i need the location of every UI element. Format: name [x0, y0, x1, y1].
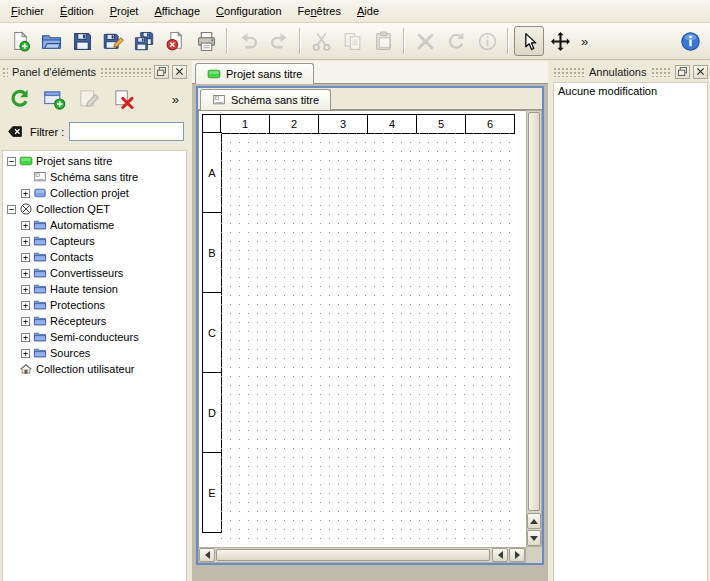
column-header-6: 6 [465, 114, 515, 134]
tree-expander[interactable]: + [21, 317, 30, 326]
tree-item-convertisseurs[interactable]: +Convertisseurs [3, 265, 186, 281]
tree-item-capteurs[interactable]: +Capteurs [3, 233, 186, 249]
tree-item-collection-qet[interactable]: −Collection QET [3, 201, 186, 217]
tree-item-recepteurs[interactable]: +Récepteurs [3, 313, 186, 329]
tree-expander[interactable]: − [7, 157, 16, 166]
panel-toolbar-overflow-button[interactable]: » [167, 92, 184, 107]
undo-button[interactable] [233, 26, 263, 56]
element-info-button[interactable] [472, 26, 502, 56]
tree-item-label: Projet sans titre [36, 155, 112, 167]
tree-expander[interactable]: + [21, 221, 30, 230]
tree-item-projet-sans-titre[interactable]: −Projet sans titre [3, 153, 186, 169]
menu-fichier[interactable]: Fichier [3, 0, 52, 22]
close-undo-panel-button[interactable] [693, 65, 708, 79]
up-arrow-icon [530, 519, 538, 524]
float-panel-button[interactable] [154, 65, 169, 79]
float-undo-panel-button[interactable] [675, 65, 690, 79]
toolbar-overflow-button[interactable]: » [576, 34, 593, 49]
scroll-down-button[interactable] [527, 530, 541, 546]
diagram-viewport[interactable]: 123456 ABCDE [198, 110, 526, 547]
clear-filter-icon[interactable] [5, 124, 25, 139]
tree-item-protections[interactable]: +Protections [3, 297, 186, 313]
delete-element-button[interactable] [110, 85, 138, 113]
undo-panel-titlebar[interactable]: Annulations [553, 64, 708, 79]
row-headers: ABCDE [202, 133, 222, 533]
rotate-button[interactable] [441, 26, 471, 56]
toolbar-separator [507, 28, 509, 54]
filter-input[interactable] [69, 122, 184, 141]
diagram-paper[interactable]: 123456 ABCDE [202, 114, 524, 547]
horizontal-scrollbar-thumb[interactable] [216, 549, 490, 561]
edit-element-button[interactable] [75, 85, 103, 113]
vertical-scrollbar-thumb[interactable] [528, 112, 540, 511]
undo-list-item[interactable]: Aucune modification [554, 83, 707, 99]
elements-panel-titlebar[interactable]: Panel d'éléments [2, 64, 187, 79]
scroll-up-button[interactable] [527, 513, 541, 529]
tree-item-label: Semi-conducteurs [50, 331, 139, 343]
rotate-icon [446, 31, 467, 52]
tree-item-label: Collection utilisateur [36, 363, 134, 375]
paste-button[interactable] [368, 26, 398, 56]
scroll-left-button[interactable] [199, 548, 215, 562]
tree-expander[interactable]: + [21, 237, 30, 246]
select-mode-button[interactable] [514, 26, 544, 56]
pan-mode-button[interactable] [545, 26, 575, 56]
tree-item-semi-conducteurs[interactable]: +Semi-conducteurs [3, 329, 186, 345]
down-arrow-icon [530, 536, 538, 541]
tree-item-automatisme[interactable]: +Automatisme [3, 217, 186, 233]
redo-button[interactable] [264, 26, 294, 56]
project-icon [207, 67, 221, 81]
save-all-button[interactable] [129, 26, 159, 56]
scroll-right-button[interactable] [509, 548, 525, 562]
save-button[interactable] [67, 26, 97, 56]
tree-expander[interactable]: + [21, 253, 30, 262]
menu-aide[interactable]: Aide [349, 0, 387, 22]
float-icon [678, 67, 687, 76]
tree-item-label: Automatisme [50, 219, 114, 231]
tree-expander[interactable]: + [21, 333, 30, 342]
tree-expander[interactable]: + [21, 269, 30, 278]
row-header-e: E [202, 452, 222, 533]
cut-button[interactable] [306, 26, 336, 56]
close-icon [175, 67, 184, 76]
tree-item-contacts[interactable]: +Contacts [3, 249, 186, 265]
tree-item-schema-sans-titre[interactable]: Schéma sans titre [3, 169, 186, 185]
menu-fenetres[interactable]: Fenêtres [290, 0, 349, 22]
menu-projet[interactable]: Projet [102, 0, 147, 22]
tree-item-label: Récepteurs [50, 315, 106, 327]
vertical-scrollbar[interactable] [526, 110, 542, 547]
tree-item-sources[interactable]: +Sources [3, 345, 186, 361]
delete-button[interactable] [410, 26, 440, 56]
copy-button[interactable] [337, 26, 367, 56]
tab-project[interactable]: Projet sans titre [195, 63, 314, 84]
about-button[interactable] [675, 26, 705, 56]
close-icon [696, 67, 705, 76]
tree-item-haute-tension[interactable]: +Haute tension [3, 281, 186, 297]
menu-affichage[interactable]: Affichage [146, 0, 208, 22]
tree-expander[interactable]: + [21, 349, 30, 358]
tree-expander[interactable]: + [21, 189, 30, 198]
save-as-button[interactable] [98, 26, 128, 56]
tree-expander[interactable]: + [21, 285, 30, 294]
tab-schema[interactable]: Schéma sans titre [200, 89, 331, 110]
new-document-button[interactable] [5, 26, 35, 56]
close-document-button[interactable] [160, 26, 190, 56]
print-button[interactable] [191, 26, 221, 56]
new-element-button[interactable] [40, 85, 68, 113]
tree-item-label: Collection projet [50, 187, 129, 199]
close-panel-button[interactable] [172, 65, 187, 79]
undo-panel-title: Annulations [588, 66, 648, 78]
menu-configuration[interactable]: Configuration [208, 0, 289, 22]
save-icon [72, 31, 93, 52]
tree-item-collection-projet[interactable]: +Collection projet [3, 185, 186, 201]
row-header-d: D [202, 372, 222, 453]
horizontal-scrollbar[interactable] [198, 547, 526, 563]
menu-edition[interactable]: Édition [52, 0, 102, 22]
tree-item-collection-utilisateur[interactable]: Collection utilisateur [3, 361, 186, 377]
tree-expander[interactable]: + [21, 301, 30, 310]
open-document-button[interactable] [36, 26, 66, 56]
scroll-left-button-2[interactable] [492, 548, 508, 562]
tree-expander[interactable]: − [7, 205, 16, 214]
dock-grip [2, 67, 8, 77]
reload-collections-button[interactable] [5, 85, 33, 113]
